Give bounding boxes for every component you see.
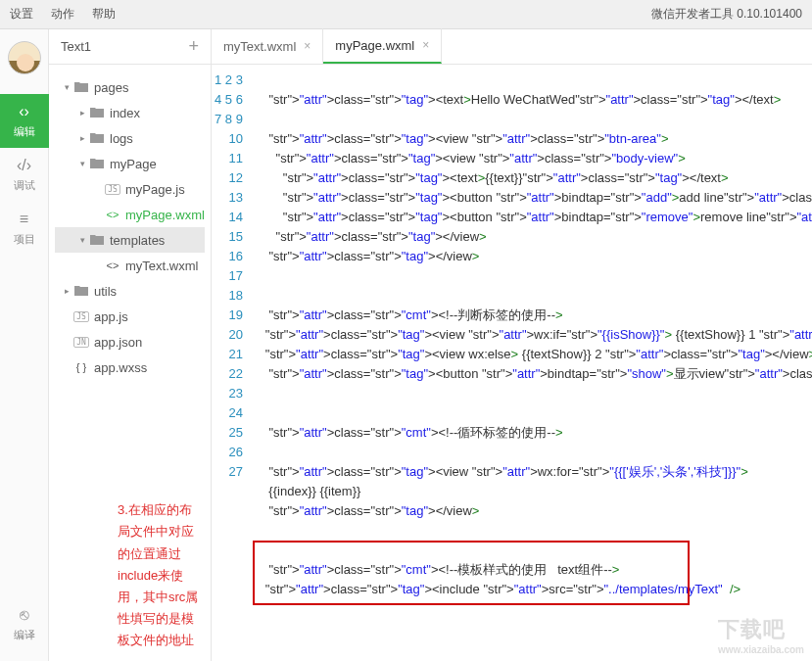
add-file-button[interactable]: +: [188, 36, 199, 57]
folder-templates[interactable]: ▾templates: [55, 227, 205, 253]
folder-pages[interactable]: ▾pages: [55, 74, 205, 100]
code-editor[interactable]: 1 2 3 4 5 6 7 8 9 10 11 12 13 14 15 16 1…: [212, 65, 812, 661]
tab-mytext[interactable]: myText.wxml×: [212, 28, 323, 64]
line-gutter: 1 2 3 4 5 6 7 8 9 10 11 12 13 14 15 16 1…: [212, 65, 251, 661]
app-title: 微信开发者工具 0.10.101400: [651, 6, 802, 23]
folder-logs[interactable]: ▸logs: [55, 125, 205, 151]
nav-label: 编辑: [14, 124, 35, 139]
folder-icon: [72, 285, 90, 297]
folder-icon: [88, 132, 106, 144]
avatar[interactable]: [8, 41, 41, 74]
debug-icon: ‹/›: [17, 157, 31, 174]
menu-help[interactable]: 帮助: [92, 6, 116, 23]
nav-label: 项目: [14, 232, 35, 247]
menu-actions[interactable]: 动作: [51, 6, 74, 23]
folder-utils[interactable]: ▸utils: [55, 278, 205, 304]
folder-mypage[interactable]: ▾myPage: [55, 151, 205, 176]
json-file-icon: JN: [72, 337, 90, 348]
file-mytext-wxml[interactable]: <>myText.wxml: [55, 253, 205, 278]
nav-debug[interactable]: ‹/› 调试: [0, 148, 49, 202]
folder-index[interactable]: ▸index: [55, 100, 205, 125]
file-mypage-wxml[interactable]: <>myPage.wxml: [55, 202, 205, 227]
file-app-json[interactable]: JNapp.json: [55, 329, 205, 354]
wxss-file-icon: { }: [72, 361, 90, 373]
file-explorer: Text1 + ▾pages ▸index ▸logs ▾myPage JSmy…: [49, 29, 212, 661]
nav-compile[interactable]: ⎋ 编译: [0, 597, 49, 651]
project-title: Text1: [61, 39, 91, 54]
annotation-text: 3.在相应的布局文件中对应的位置通过include来使用，其中src属性填写的是…: [49, 494, 211, 661]
activity-bar: ‹› 编辑 ‹/› 调试 ≡ 项目 ⎋ 编译: [0, 29, 49, 661]
file-tree: ▾pages ▸index ▸logs ▾myPage JSmyPage.js …: [49, 65, 211, 494]
file-mypage-js[interactable]: JSmyPage.js: [55, 176, 205, 202]
code-icon: ‹›: [19, 103, 29, 120]
list-icon: ≡: [20, 211, 28, 228]
code-body[interactable]: "str">"attr">class="str">"tag"><text>Hel…: [251, 65, 812, 661]
close-icon[interactable]: ×: [304, 39, 310, 53]
nav-edit[interactable]: ‹› 编辑: [0, 94, 49, 148]
js-file-icon: JS: [104, 184, 121, 195]
tab-mypage[interactable]: myPage.wxml×: [323, 28, 442, 64]
file-app-wxss[interactable]: { }app.wxss: [55, 354, 205, 380]
nav-project[interactable]: ≡ 项目: [0, 202, 49, 256]
folder-icon: [72, 81, 90, 93]
wxml-file-icon: <>: [104, 209, 121, 220]
editor-area: myText.wxml× myPage.wxml× 1 2 3 4 5 6 7 …: [212, 29, 812, 661]
explorer-header: Text1 +: [49, 29, 211, 65]
menubar: 设置 动作 帮助 微信开发者工具 0.10.101400: [0, 0, 812, 29]
nav-label: 调试: [14, 178, 35, 193]
editor-tabs: myText.wxml× myPage.wxml×: [212, 29, 812, 65]
wxml-file-icon: <>: [104, 260, 121, 271]
file-app-js[interactable]: JSapp.js: [55, 304, 205, 329]
compile-icon: ⎋: [20, 606, 29, 624]
highlight-box: [253, 541, 690, 605]
menu-settings[interactable]: 设置: [10, 6, 33, 23]
nav-label: 编译: [14, 628, 35, 642]
folder-icon: [88, 234, 106, 246]
folder-icon: [88, 107, 106, 118]
close-icon[interactable]: ×: [422, 38, 429, 52]
js-file-icon: JS: [72, 311, 90, 322]
folder-icon: [88, 158, 106, 169]
